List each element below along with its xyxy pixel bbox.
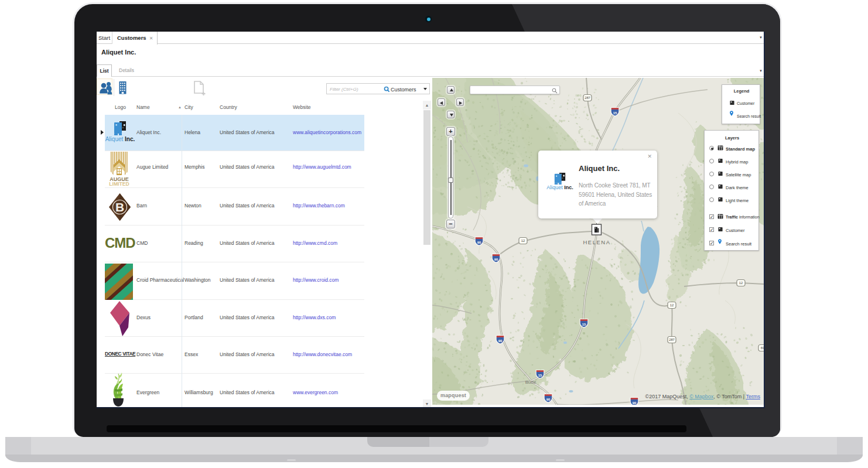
- svg-text:HELENA: HELENA: [583, 239, 610, 245]
- svg-text:LIMITED: LIMITED: [109, 181, 129, 187]
- svg-text:90: 90: [633, 401, 637, 405]
- svg-text:Butte: Butte: [525, 380, 536, 385]
- svg-text:287: 287: [669, 338, 675, 341]
- svg-text:90: 90: [494, 258, 498, 261]
- svg-text:15: 15: [538, 374, 542, 377]
- svg-text:90: 90: [498, 339, 503, 343]
- svg-text:12: 12: [521, 239, 525, 242]
- svg-text:287: 287: [585, 96, 590, 100]
- svg-text:12: 12: [739, 281, 743, 285]
- svg-text:90: 90: [546, 398, 551, 401]
- svg-text:15: 15: [582, 323, 586, 326]
- svg-text:12: 12: [670, 303, 674, 307]
- svg-text:90: 90: [477, 241, 481, 244]
- svg-text:B: B: [115, 200, 124, 214]
- svg-text:69: 69: [761, 346, 764, 350]
- svg-text:15: 15: [613, 111, 617, 115]
